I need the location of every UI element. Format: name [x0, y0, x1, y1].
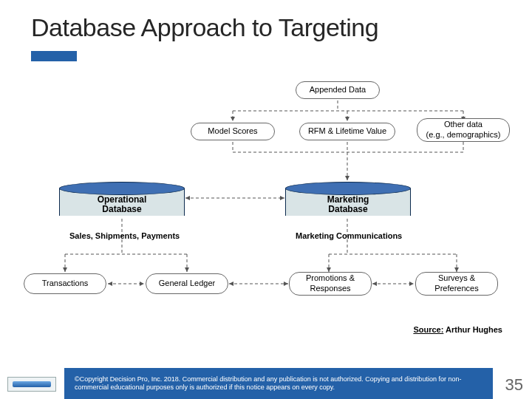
page-number: 35 — [505, 375, 523, 395]
source-value: Arthur Hughes — [443, 325, 502, 334]
box-other-data: Other data (e.g., demographics) — [417, 118, 510, 142]
subtitle-marcom: Marketing Communications — [296, 231, 402, 240]
box-transactions: Transactions — [24, 273, 106, 294]
db-marketing: Marketing Database — [285, 182, 411, 216]
slide-title: Database Approach to Targeting — [31, 13, 532, 42]
title-accent-bar — [31, 51, 77, 61]
box-general-ledger: General Ledger — [146, 273, 228, 294]
db-operational-label: Operational Database — [59, 195, 185, 214]
source-citation: Source: Arthur Hughes — [413, 325, 502, 334]
copyright-text: ©Copyright Decision Pro, Inc. 2018. Comm… — [75, 375, 482, 392]
source-label: Source: — [413, 325, 443, 334]
box-model-scores: Model Scores — [191, 123, 275, 140]
box-appended-data: Appended Data — [296, 81, 380, 99]
subtitle-sales: Sales, Shipments, Payments — [69, 231, 180, 240]
copyright-bar: ©Copyright Decision Pro, Inc. 2018. Comm… — [64, 368, 493, 399]
box-surveys: Surveys & Preferences — [415, 272, 498, 296]
db-operational: Operational Database — [59, 182, 185, 216]
db-marketing-label: Marketing Database — [285, 195, 411, 214]
logo — [7, 377, 56, 392]
box-rfm-lifetime: RFM & Lifetime Value — [299, 123, 395, 140]
slide-header: Database Approach to Targeting — [0, 0, 532, 61]
diagram-area: Appended Data Model Scores RFM & Lifetim… — [0, 74, 532, 332]
box-promotions: Promotions & Responses — [289, 272, 372, 296]
footer: ©Copyright Decision Pro, Inc. 2018. Comm… — [0, 368, 532, 399]
